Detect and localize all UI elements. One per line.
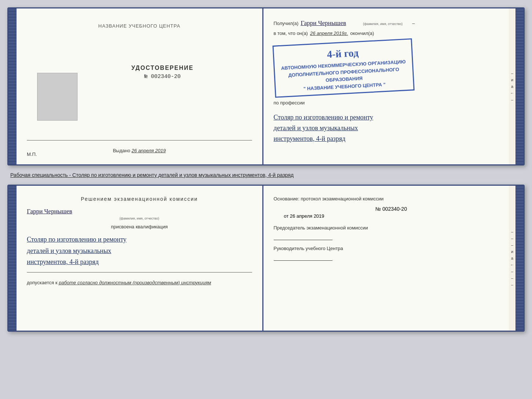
in-that-line: в том, что он(а) 26 апреля 2019г. окончи… (274, 31, 499, 36)
assigned-label: присвоена квалификация (27, 224, 252, 229)
upper-certificate-book: НАЗВАНИЕ УЧЕБНОГО ЦЕНТРА УДОСТОВЕРЕНИЕ №… (7, 7, 525, 165)
chairman-label: Председатель экзаменационной комиссии (274, 225, 499, 231)
page-wrapper: НАЗВАНИЕ УЧЕБНОГО ЦЕНТРА УДОСТОВЕРЕНИЕ №… (7, 7, 525, 332)
lower-date-line: от 26 апреля 2019 (284, 213, 499, 219)
lower-left-spine (8, 186, 17, 331)
lower-left-separator (27, 272, 252, 272)
stamp-box: 4-й год АВТОНОМНУЮ НЕКОММЕРЧЕСКУЮ ОРГАНИ… (272, 38, 414, 98)
profession-label-line: по профессии (274, 100, 499, 106)
upper-right-spine (515, 8, 524, 164)
upper-left-page: НАЗВАНИЕ УЧЕБНОГО ЦЕНТРА УДОСТОВЕРЕНИЕ №… (17, 8, 262, 164)
lower-person-line: Гарри Чернышев (27, 208, 252, 215)
lower-right-edge: – – – и а ← – – – (509, 186, 515, 331)
upper-right-edge: – и а ← – (509, 8, 515, 164)
lower-left-page: Решением экзаменационной комиссии Гарри … (17, 186, 262, 331)
received-name: Гарри Чернышев (301, 19, 346, 27)
qual-lines: Столяр по изготовлению и ремонту деталей… (27, 234, 252, 268)
mp-label: М.П. (27, 152, 37, 157)
issued-line: Выдано 26 апреля 2019 (27, 148, 252, 153)
profession-lines: Столяр по изготовлению и ремонту деталей… (274, 112, 499, 144)
received-line: Получил(а) Гарри Чернышев (фамилия, имя,… (274, 19, 499, 27)
director-sig-line (274, 253, 332, 261)
caption-text: Рабочая специальность - Столяр по изгото… (7, 172, 525, 178)
cert-type-label: УДОСТОВЕРЕНИЕ (132, 65, 194, 71)
chairman-sig-line (274, 233, 332, 240)
upper-center-title: НАЗВАНИЕ УЧЕБНОГО ЦЕНТРА (98, 23, 180, 29)
cert-photo (37, 73, 78, 121)
left-separator-line (27, 140, 252, 140)
lower-number-line: № 002340-20 (284, 206, 499, 212)
lower-certificate-book: Решением экзаменационной комиссии Гарри … (7, 185, 525, 332)
lower-person-name: Гарри Чернышев (27, 208, 72, 215)
basis-title: Основание: протокол экзаменационной коми… (274, 196, 499, 202)
decision-title: Решением экзаменационной комиссии (27, 196, 252, 202)
lower-right-spine (515, 186, 524, 331)
cert-number: № 002340-20 (144, 74, 181, 80)
director-label: Руководитель учебного Центра (274, 245, 499, 252)
upper-right-page: Получил(а) Гарри Чернышев (фамилия, имя,… (263, 8, 509, 164)
lower-right-page: Основание: протокол экзаменационной коми… (263, 186, 509, 331)
upper-spine (8, 8, 17, 164)
допускается-line: допускается к работе согласно должностны… (27, 280, 252, 285)
